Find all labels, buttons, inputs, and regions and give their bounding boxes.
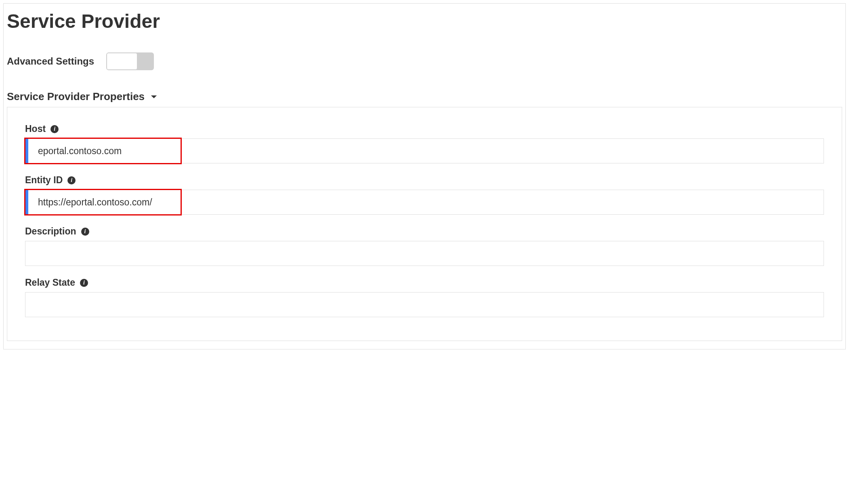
section-title: Service Provider Properties xyxy=(7,90,145,103)
info-icon[interactable]: i xyxy=(67,176,76,184)
description-input[interactable] xyxy=(25,241,824,266)
properties-panel: Host i Entity ID i Description xyxy=(7,107,842,341)
advanced-settings-toggle[interactable] xyxy=(106,52,154,70)
info-icon[interactable]: i xyxy=(50,125,59,133)
host-input-wrap xyxy=(25,138,824,163)
entity-id-input[interactable] xyxy=(28,190,824,215)
page-title: Service Provider xyxy=(4,4,845,32)
entity-id-label: Entity ID xyxy=(25,175,63,186)
advanced-settings-row: Advanced Settings xyxy=(4,52,845,70)
required-indicator xyxy=(25,190,28,215)
relay-state-input[interactable] xyxy=(25,292,824,317)
info-icon[interactable]: i xyxy=(80,279,88,287)
description-label: Description xyxy=(25,226,76,237)
description-field-group: Description i xyxy=(25,226,824,266)
host-label: Host xyxy=(25,123,46,134)
info-icon[interactable]: i xyxy=(81,228,89,236)
host-field-group: Host i xyxy=(25,123,824,163)
entity-id-input-wrap xyxy=(25,190,824,215)
advanced-settings-label: Advanced Settings xyxy=(7,56,94,67)
host-input[interactable] xyxy=(28,138,824,163)
relay-state-field-group: Relay State i xyxy=(25,277,824,317)
service-provider-page: Service Provider Advanced Settings Servi… xyxy=(3,3,846,349)
entity-id-field-group: Entity ID i xyxy=(25,175,824,215)
chevron-down-icon xyxy=(150,93,158,100)
relay-state-label: Relay State xyxy=(25,277,75,288)
toggle-knob xyxy=(107,53,137,70)
required-indicator xyxy=(25,138,28,163)
section-header[interactable]: Service Provider Properties xyxy=(4,90,845,103)
